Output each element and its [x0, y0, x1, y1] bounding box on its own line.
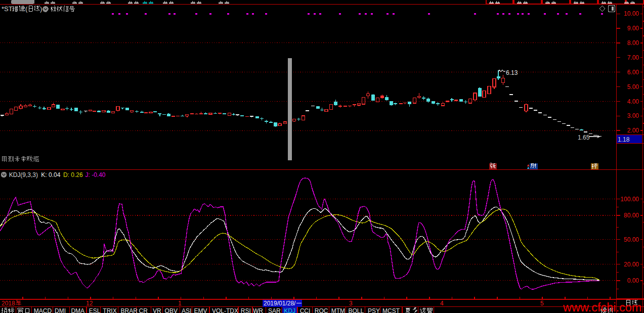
svg-text:www.cfchi.com: www.cfchi.com [563, 301, 641, 313]
svg-text:CR: CR [139, 307, 148, 313]
svg-text:3.00: 3.00 [627, 112, 639, 119]
svg-text:KDJ: KDJ [284, 307, 295, 313]
svg-text:4: 4 [440, 300, 444, 307]
svg-text:KDJ(9,3,3): KDJ(9,3,3) [9, 171, 38, 178]
svg-text:5: 5 [540, 300, 544, 307]
svg-text:2019/01/28/: 2019/01/28/ [264, 300, 296, 307]
svg-text:): ) [40, 5, 42, 13]
svg-text:TRIX: TRIX [103, 307, 116, 313]
svg-text:(: ( [25, 5, 28, 13]
svg-text:5.00: 5.00 [627, 83, 639, 91]
svg-text:0.00: 0.00 [627, 277, 639, 284]
svg-text:20.00: 20.00 [624, 261, 639, 268]
svg-text:OBV: OBV [165, 307, 178, 313]
svg-text:CCI: CCI [300, 307, 311, 313]
svg-text:4.00: 4.00 [627, 98, 639, 105]
svg-text:VOL-TDX: VOL-TDX [212, 307, 238, 313]
svg-text:J: -0.40: J: -0.40 [85, 171, 106, 178]
svg-text:100.00: 100.00 [620, 196, 639, 203]
svg-text:80.00: 80.00 [624, 212, 639, 219]
svg-text:D: 0.26: D: 0.26 [63, 171, 83, 178]
svg-text:RSI: RSI [241, 307, 251, 313]
svg-text:K: 0.04: K: 0.04 [41, 171, 60, 178]
svg-text:EMV: EMV [194, 307, 207, 313]
svg-text:3: 3 [349, 300, 353, 307]
svg-text:8.00: 8.00 [627, 39, 639, 47]
svg-text:WR: WR [253, 307, 263, 313]
svg-text:PSY: PSY [368, 307, 380, 313]
svg-text:2018: 2018 [2, 300, 15, 307]
svg-text:*ST: *ST [2, 5, 13, 13]
svg-text:DMA: DMA [71, 307, 84, 313]
svg-text:9.00: 9.00 [627, 25, 639, 32]
svg-text:DMI: DMI [55, 307, 66, 313]
svg-text:1.65: 1.65 [578, 134, 590, 141]
svg-text:1.18: 1.18 [618, 136, 630, 143]
svg-text:BRAR: BRAR [121, 307, 138, 313]
svg-text:ROC: ROC [315, 307, 328, 313]
svg-text:MACD: MACD [34, 307, 52, 313]
svg-text:VR: VR [153, 307, 161, 313]
svg-text:2.00: 2.00 [627, 127, 639, 134]
svg-text:6.13: 6.13 [506, 69, 518, 76]
svg-text:12: 12 [86, 300, 93, 307]
svg-text:7.00: 7.00 [627, 54, 639, 61]
svg-text:ESL: ESL [89, 307, 101, 313]
svg-text:ASI: ASI [182, 307, 191, 313]
svg-text:SAR: SAR [268, 307, 281, 313]
svg-text:50.00: 50.00 [624, 236, 639, 243]
svg-text:MTM: MTM [331, 307, 345, 313]
svg-text:1: 1 [178, 300, 182, 307]
svg-text:10.00: 10.00 [624, 10, 639, 17]
svg-text:BOLL: BOLL [349, 307, 364, 313]
svg-text:6.00: 6.00 [627, 69, 639, 76]
svg-text:MCST: MCST [382, 307, 400, 313]
